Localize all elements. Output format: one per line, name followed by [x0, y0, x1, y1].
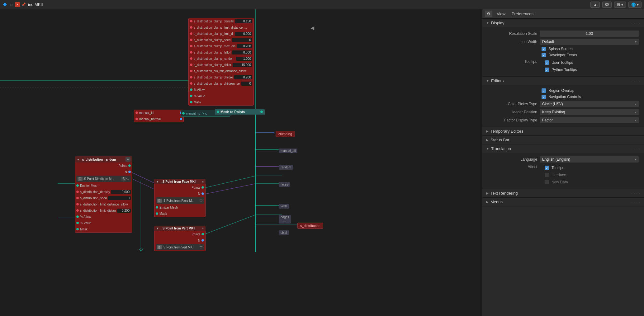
developer-extras-checkbox[interactable]: ✓: [542, 53, 546, 57]
temp-editors-header[interactable]: ▶ Temporary Editors: [482, 127, 644, 135]
navigation-controls-label: Navigation Controls: [548, 95, 581, 99]
collapse-arrow[interactable]: ◀: [310, 25, 314, 31]
view-menu[interactable]: View: [495, 11, 507, 17]
splash-screen-row: ✓ Splash Screen: [482, 46, 644, 52]
splash-screen-label: Splash Screen: [548, 47, 573, 51]
socket-pink: [190, 82, 192, 85]
socket-teal: [190, 95, 192, 97]
language-dropdown[interactable]: English (English) ▾: [540, 156, 639, 163]
node-row-seed: s_distribution_seed 0: [75, 195, 132, 201]
s-point-vert-mod-row[interactable]: 🎛 .S Point from Vert MKII 🛡: [156, 244, 204, 250]
factor-display-dropdown[interactable]: Factor ▾: [540, 117, 639, 123]
socket-blue-right: [201, 192, 204, 195]
sidebar-content: ▼ Display · · · · Resolution Scale 1.00 …: [482, 19, 644, 316]
line-width-row: Line Width Default ▾: [482, 38, 644, 46]
section-title: Translation: [491, 146, 511, 151]
affect-newdata-row: New Data: [540, 179, 639, 185]
manual-id-node[interactable]: manual_id manual_normal: [134, 110, 184, 122]
render-button[interactable]: ▲: [590, 2, 600, 8]
node-row-emitter: Emitter Mesh: [75, 182, 132, 189]
node-row: s_distribution_clump_limit_distance_...: [189, 24, 253, 31]
splash-screen-checkbox[interactable]: ✓: [542, 47, 546, 51]
header-right-icons: ▲ 🖼 ⊞ ▾ 🌐 ▾: [590, 2, 642, 8]
line-width-dropdown[interactable]: Default ▾: [540, 39, 639, 45]
node-title: Mesh to Points: [220, 110, 245, 114]
affect-tooltips-checkbox[interactable]: ✓: [545, 166, 549, 170]
preferences-menu[interactable]: Preferences: [510, 11, 535, 17]
text-rendering-header[interactable]: ▶ Text Rendering · · · ·: [482, 189, 644, 197]
user-tooltips-checkbox[interactable]: ✓: [545, 60, 549, 65]
snap-button[interactable]: ⊞ ▾: [614, 2, 626, 8]
section-title: Status Bar: [490, 138, 509, 142]
language-row: Language English (English) ▾: [482, 155, 644, 163]
section-title: Menus: [490, 200, 503, 204]
node-row-n: N: [154, 191, 205, 197]
svg-line-25: [129, 171, 156, 184]
display-section-body: Resolution Scale 1.00 Line Width Default…: [482, 27, 644, 76]
editors-section: ▼ Editors · · · · ✓ Region Overlap: [482, 77, 644, 127]
display-section-header[interactable]: ▼ Display · · · ·: [482, 19, 644, 27]
color-picker-dropdown[interactable]: Circle (HSV) ▾: [540, 101, 639, 107]
node-row-limit-allow: s_distribution_limit_distance_allow: [75, 201, 132, 207]
display-section: ▼ Display · · · · Resolution Scale 1.00 …: [482, 19, 644, 77]
translation-section-header[interactable]: ▼ Translation · · · ·: [482, 144, 644, 153]
header-position-dropdown[interactable]: Keep Existing ▾: [540, 109, 639, 115]
node-row-value: % Value: [189, 93, 253, 99]
node-distribute-row[interactable]: 🎛 .S Point Distribute M... 3 🛡: [76, 176, 131, 182]
affect-interface-checkbox[interactable]: [545, 173, 549, 177]
affect-newdata-checkbox[interactable]: [545, 180, 549, 184]
node-row-emitter2: Emitter Mesh: [154, 204, 205, 210]
dist-clump-node[interactable]: s_distribution_clump_density 0.150 s_dis…: [188, 18, 254, 106]
close-button[interactable]: ×: [15, 2, 20, 7]
node-row: s_distribution_clu_mit_distance_allow: [189, 68, 253, 74]
expand-arrow: ▶: [486, 191, 489, 195]
socket-pink: [190, 51, 192, 54]
render-options-button[interactable]: 🖼: [602, 2, 612, 8]
developer-extras-label: Developer Extras: [548, 53, 577, 57]
python-tooltips-row: ✓ Python Tooltips: [540, 67, 639, 73]
socket-teal: [156, 212, 158, 215]
socket-teal-right: [201, 233, 204, 235]
menus-header[interactable]: ▶ Menus · · · ·: [482, 198, 644, 206]
section-title: Display: [491, 21, 504, 25]
user-tooltips-label: User Tooltips: [552, 60, 573, 65]
s-point-face-mod-row[interactable]: 🎛 .S Point from Face M... 🛡: [156, 197, 204, 204]
node-row-density: s_distribution_density 0.000: [75, 189, 132, 195]
socket-pink: [190, 76, 192, 78]
menus-section: ▶ Menus · · · ·: [482, 198, 644, 206]
node-row-n2: N: [154, 237, 205, 243]
mesh-to-points-node[interactable]: Mesh to Points: [215, 109, 265, 115]
chevron-down-icon: ▾: [635, 119, 637, 122]
s-distribution-label: s_distribution: [297, 223, 323, 229]
save-icon[interactable]: □: [9, 2, 14, 7]
socket-teal: [76, 184, 79, 187]
gear-button[interactable]: ⚙: [485, 11, 492, 17]
node-row: s_distribution_clump_limit_di 0.000: [189, 31, 253, 37]
header-position-row: Header Position Keep Existing ▾: [482, 108, 644, 116]
translation-section-body: Language English (English) ▾ Affect ✓: [482, 153, 644, 189]
navigation-controls-checkbox[interactable]: ✓: [542, 95, 546, 99]
chevron-down-icon: ▾: [635, 111, 637, 114]
node-editor[interactable]: s_distribution_clump_density 0.150 s_dis…: [0, 9, 480, 316]
socket-teal-left: [217, 111, 219, 113]
s-dist-random-node[interactable]: ▼ s_distribution_random ≡ Points N 🎛 .S …: [75, 156, 132, 233]
overlay-button[interactable]: 🌐 ▾: [628, 2, 642, 8]
s-point-face-node[interactable]: ▼ .S Point from Face MKII ≡ Points N 🎛 .…: [154, 179, 206, 217]
s-point-vert-node[interactable]: ▼ .S Point from Vert MKII ≡ Points N 🎛 .…: [154, 226, 206, 251]
header-position-label: Header Position: [487, 110, 537, 114]
color-picker-row: Color Picker Type Circle (HSV) ▾: [482, 100, 644, 108]
editors-section-header[interactable]: ▼ Editors · · · ·: [482, 77, 644, 85]
node-row-mask3: Mask: [154, 210, 205, 217]
region-overlap-checkbox[interactable]: ✓: [542, 88, 546, 93]
svg-line-21: [202, 184, 255, 195]
pin-button[interactable]: 📌: [21, 2, 26, 7]
python-tooltips-checkbox[interactable]: ✓: [545, 68, 549, 72]
navigation-controls-row: ✓ Navigation Controls: [482, 94, 644, 100]
preferences-sidebar: ⚙ View Preferences ▼ Display · · · · Res…: [482, 9, 644, 316]
affect-row: Affect ✓ Tooltips Interface: [482, 163, 644, 186]
status-bar-header[interactable]: ▶ Status Bar: [482, 136, 644, 144]
resolution-scale-value[interactable]: 1.00: [540, 31, 639, 37]
temp-editors-section: ▶ Temporary Editors: [482, 127, 644, 136]
node-row-points: Points: [154, 184, 205, 191]
socket-pink: [135, 111, 138, 114]
